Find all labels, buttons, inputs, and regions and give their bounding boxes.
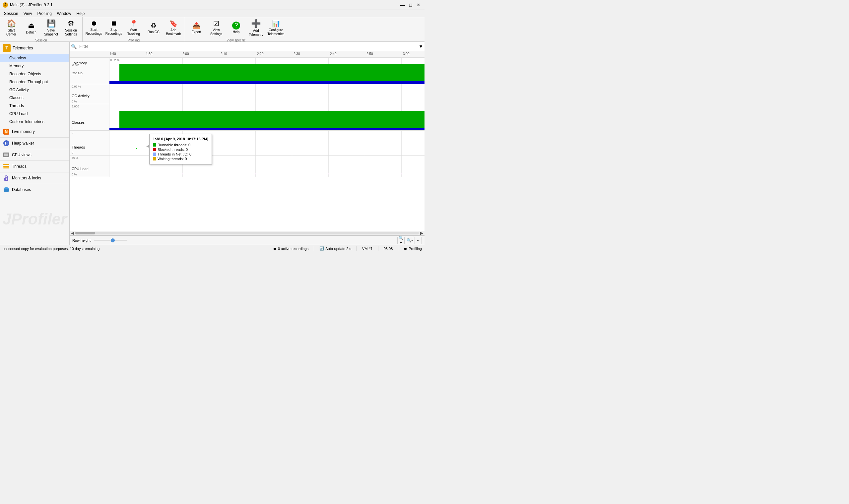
- live-memory-icon: M: [3, 128, 10, 135]
- sidebar-item-overview[interactable]: Overview: [0, 54, 69, 62]
- gc-vgrid-5: [292, 84, 292, 104]
- gc-label-text: GC Activity: [72, 94, 90, 98]
- mode-text: Profiling: [409, 247, 422, 251]
- heap-walker-label: Heap walker: [12, 141, 34, 146]
- recorded-objects-label: Recorded Objects: [9, 72, 41, 76]
- memory-row-label: 200 MB Memory 0 MB: [70, 58, 109, 84]
- gc-vgrid-2: [182, 84, 183, 104]
- run-gc-label: Run GC: [148, 30, 160, 34]
- tick-200: 2:00: [182, 52, 189, 56]
- help-button[interactable]: ? Help: [226, 17, 246, 38]
- add-bookmark-button[interactable]: 🔖 AddBookmark: [163, 17, 183, 38]
- zoom-in-button[interactable]: 🔍+: [397, 237, 404, 244]
- svg-rect-10: [3, 167, 9, 168]
- svg-rect-7: [6, 156, 7, 157]
- threads-scale-top: 2: [72, 131, 73, 134]
- tooltip-blocked-color: [153, 148, 156, 151]
- gc-scale-top: 0.02 %: [72, 85, 81, 88]
- start-center-button[interactable]: 🏠 StartCenter: [1, 17, 21, 38]
- export-button[interactable]: 📤 Export: [186, 17, 206, 38]
- classes-chart-row: 3,000 Classes 0: [70, 104, 424, 131]
- menu-help[interactable]: Help: [74, 11, 88, 17]
- sidebar-group-heap-walker[interactable]: H Heap walker: [0, 137, 69, 149]
- autoupdate-icon: 🔄: [319, 246, 324, 251]
- threads-vgrid-3: [219, 131, 219, 155]
- menu-profiling[interactable]: Profiling: [35, 11, 54, 17]
- threads-vgrid-7: [365, 131, 365, 155]
- session-settings-button[interactable]: ⚙ SessionSettings: [61, 17, 81, 38]
- sidebar-group-live-memory[interactable]: M Live memory: [0, 126, 69, 137]
- chart-spacer: [70, 177, 424, 231]
- scroll-track[interactable]: [75, 232, 419, 234]
- sidebar-item-recorded-objects[interactable]: Recorded Objects: [0, 70, 69, 78]
- sidebar-group-cpu-views[interactable]: CPU views: [0, 149, 69, 161]
- sidebar-item-classes[interactable]: Classes: [0, 94, 69, 102]
- memory-canvas: 0.02 %: [109, 58, 424, 84]
- gc-canvas: [109, 84, 424, 104]
- save-snapshot-button[interactable]: 💾 SaveSnapshot: [41, 17, 61, 38]
- configure-telemetries-button[interactable]: 📊 ConfigureTelemetries: [266, 17, 286, 38]
- classes-label-text: Classes: [72, 120, 85, 124]
- configure-telemetries-icon: 📊: [272, 20, 280, 28]
- scroll-right-button[interactable]: ▶: [420, 231, 423, 235]
- close-button[interactable]: ✕: [415, 2, 422, 8]
- status-time: 03:08: [384, 247, 393, 251]
- sidebar-group-monitors-locks[interactable]: Monitors & locks: [0, 172, 69, 184]
- cpu-scale-top: 30 %: [72, 156, 78, 160]
- tooltip-waiting-label: Waiting threads: 0: [158, 157, 187, 161]
- menu-window[interactable]: Window: [54, 11, 74, 17]
- toolbar-group-session: 🏠 StartCenter ⏏ Detach 💾 SaveSnapshot ⚙ …: [0, 17, 83, 42]
- start-tracking-button[interactable]: 📍 StartTracking: [124, 17, 144, 38]
- recordings-icon: ⏺: [273, 247, 276, 251]
- minimize-button[interactable]: —: [399, 2, 406, 8]
- menu-view[interactable]: View: [21, 11, 35, 17]
- status-bar: unlicensed copy for evaluation purposes,…: [0, 245, 424, 252]
- detach-button[interactable]: ⏏ Detach: [21, 17, 41, 38]
- status-autoupdate: 🔄 Auto-update 2 s: [319, 246, 351, 251]
- svg-point-14: [4, 187, 9, 189]
- tooltip-net-io: Threads in Net I/O: 0: [153, 152, 208, 156]
- zoom-fit-button[interactable]: ↔: [415, 237, 422, 244]
- sidebar-group-telemetries[interactable]: T Telemetries: [0, 42, 69, 54]
- run-gc-button[interactable]: ♻ Run GC: [144, 17, 163, 38]
- memory-scale-top: 200 MB: [72, 72, 83, 75]
- row-height-bar: Row height: 🔍+ 🔍- ↔: [70, 235, 424, 245]
- row-height-slider-thumb[interactable]: [111, 238, 115, 242]
- view-settings-button[interactable]: ☑ ViewSettings: [206, 17, 226, 38]
- content-area: 🔍 ▼ 1:40 1:50 2:00 2:10 2:20 2:30 2:40 2…: [70, 42, 424, 245]
- sidebar-group-threads[interactable]: Threads: [0, 161, 69, 172]
- sidebar-group-databases[interactable]: Databases: [0, 184, 69, 195]
- databases-icon: [3, 186, 10, 193]
- sidebar-item-cpu-load[interactable]: CPU Load: [0, 110, 69, 118]
- mode-icon: ⏺: [403, 247, 407, 251]
- sidebar-item-custom-telemetries[interactable]: Custom Telemetries: [0, 118, 69, 126]
- tooltip-runnable-color: [153, 143, 156, 147]
- sidebar-item-recorded-throughput[interactable]: Recorded Throughput: [0, 78, 69, 86]
- start-recordings-button[interactable]: ⏺ StartRecordings: [84, 17, 104, 38]
- sidebar-item-threads[interactable]: Threads: [0, 102, 69, 110]
- tick-300: 3:00: [403, 52, 409, 56]
- zoom-out-button[interactable]: 🔍-: [406, 237, 413, 244]
- memory-green-bar: [120, 64, 424, 81]
- stop-recordings-button[interactable]: ⏹ StopRecordings: [104, 17, 124, 38]
- classes-label: Classes: [9, 95, 23, 100]
- start-tracking-icon: 📍: [130, 20, 138, 28]
- tooltip-blocked-label: Blocked threads: 0: [158, 147, 188, 151]
- save-snapshot-icon: 💾: [47, 19, 56, 28]
- cpu-load-label: CPU Load: [9, 111, 28, 116]
- filter-search-icon: 🔍: [71, 44, 77, 49]
- tooltip-netio-color: [153, 152, 156, 156]
- filter-dropdown-icon[interactable]: ▼: [418, 44, 423, 49]
- sidebar-item-gc-activity[interactable]: GC Activity: [0, 86, 69, 94]
- sidebar-item-memory[interactable]: Memory: [0, 62, 69, 70]
- tooltip-runnable-label: Runnable threads: 0: [158, 143, 191, 147]
- menu-session[interactable]: Session: [1, 11, 21, 17]
- scroll-thumb[interactable]: [75, 232, 95, 234]
- threads-scale-bottom: 0: [72, 151, 73, 155]
- status-sep-2: [357, 246, 357, 251]
- scroll-left-button[interactable]: ◀: [71, 231, 74, 235]
- live-memory-label: Live memory: [12, 129, 35, 134]
- maximize-button[interactable]: □: [407, 2, 414, 8]
- add-telemetry-button[interactable]: ➕ AddTelemetry: [246, 17, 266, 38]
- filter-input[interactable]: [78, 43, 417, 49]
